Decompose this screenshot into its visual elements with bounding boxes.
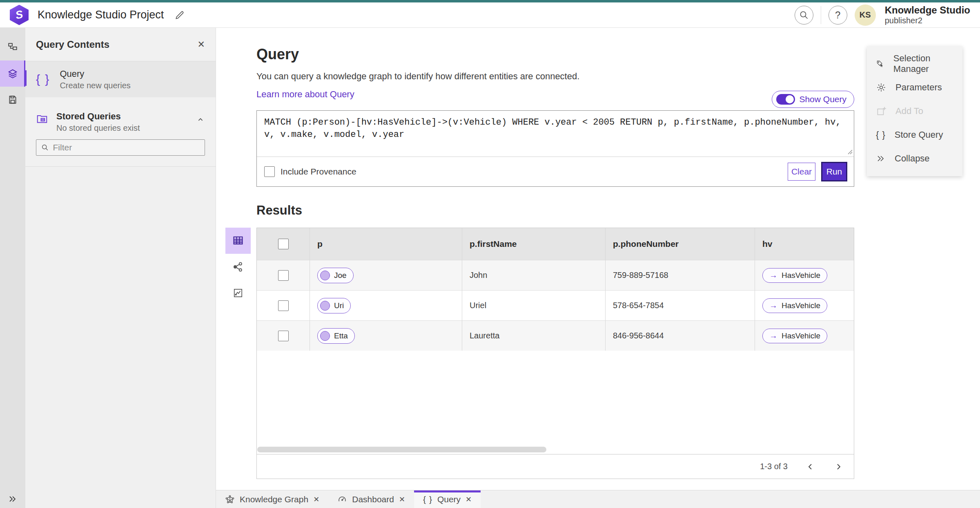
query-contents-panel: Query Contents ✕ { } Query Create new qu…	[25, 28, 216, 508]
edge-label: HasVehicle	[782, 271, 820, 280]
add-to-button[interactable]: Add To	[867, 99, 962, 123]
edge-pill[interactable]: → HasVehicle	[762, 298, 827, 313]
row-checkbox[interactable]	[278, 331, 289, 341]
include-provenance-checkbox[interactable]	[264, 166, 275, 177]
save-icon	[7, 94, 18, 105]
header-checkbox-cell	[257, 228, 310, 260]
tab-knowledge-graph[interactable]: Knowledge Graph ✕	[216, 490, 328, 508]
scrollbar-thumb[interactable]	[257, 447, 546, 452]
query-item-title: Query	[60, 69, 130, 79]
project-title: Knowledge Studio Project	[38, 9, 164, 21]
previous-page-button[interactable]	[806, 462, 815, 472]
column-header-hv: hv	[755, 228, 854, 260]
node-pill[interactable]: Etta	[317, 328, 355, 344]
node-pill[interactable]: Uri	[317, 298, 351, 313]
node-dot-icon	[320, 271, 330, 280]
search-button[interactable]	[795, 6, 813, 25]
edge-pill[interactable]: → HasVehicle	[762, 268, 827, 283]
row-checkbox-cell	[257, 291, 310, 320]
braces-icon: { }	[36, 72, 50, 86]
query-actions-panel: Selection Manager Parameters Add To { } …	[867, 46, 962, 176]
edge-pill[interactable]: → HasVehicle	[762, 329, 827, 343]
page-description: You can query a knowledge graph to ident…	[256, 71, 854, 82]
query-textarea[interactable]: MATCH (p:Person)-[hv:HasVehicle]->(v:Veh…	[257, 111, 854, 157]
firstname-cell: Lauretta	[462, 321, 605, 351]
tab-dashboard[interactable]: Dashboard ✕	[328, 490, 414, 508]
sidebar-item-query[interactable]: { } Query Create new queries	[25, 61, 216, 97]
results-table: p p.firstName p.phoneNumber hv Joe	[256, 228, 854, 479]
row-checkbox[interactable]	[278, 270, 289, 281]
parameters-button[interactable]: Parameters	[867, 76, 962, 99]
pagination-range: 1-3 of 3	[760, 462, 788, 471]
tab-query[interactable]: { } Query ✕	[414, 490, 481, 508]
table-header-row: p p.firstName p.phoneNumber hv	[257, 228, 854, 260]
user-name: Knowledge Studio	[885, 5, 970, 16]
query-buttons: Clear Run	[788, 162, 847, 181]
action-label: Store Query	[895, 130, 943, 140]
column-header-phonenumber: p.phoneNumber	[605, 228, 755, 260]
chart-view-icon	[233, 288, 243, 298]
edge-arrow-icon: →	[769, 271, 777, 280]
filter-input[interactable]	[53, 143, 200, 152]
folder-icon	[36, 113, 48, 125]
action-label: Parameters	[895, 82, 942, 93]
column-header-p: p	[310, 228, 462, 260]
edit-project-title-icon[interactable]	[174, 10, 185, 20]
panel-close-icon[interactable]: ✕	[198, 39, 205, 50]
user-info: Knowledge Studio publisher2	[885, 5, 970, 25]
graph-view-icon	[232, 261, 244, 273]
action-label: Selection Manager	[893, 53, 953, 74]
user-avatar[interactable]: KS	[855, 4, 876, 26]
node-pill[interactable]: Joe	[317, 268, 354, 283]
app-logo-icon[interactable]: S	[10, 5, 29, 25]
table-row: Uri Uriel 578-654-7854 → HasVehicle	[257, 290, 854, 320]
tab-close-icon[interactable]: ✕	[399, 495, 405, 504]
node-dot-icon	[320, 301, 330, 311]
edge-cell: → HasVehicle	[755, 260, 854, 290]
textarea-resize-icon[interactable]	[847, 149, 853, 156]
edge-arrow-icon: →	[769, 331, 777, 340]
help-glyph: ?	[835, 9, 840, 21]
rail-expand-button[interactable]	[8, 494, 18, 504]
table-row: Joe John 759-889-57168 → HasVehicle	[257, 260, 854, 290]
hierarchy-icon	[7, 42, 18, 53]
panel-title: Query Contents	[36, 39, 109, 50]
action-label: Collapse	[895, 153, 930, 164]
edge-label: HasVehicle	[782, 301, 820, 310]
help-button[interactable]: ?	[829, 6, 847, 25]
learn-more-link[interactable]: Learn more about Query	[256, 89, 354, 100]
page-title: Query	[256, 46, 854, 63]
firstname-cell: Uriel	[462, 291, 605, 320]
store-query-button[interactable]: { } Store Query	[867, 123, 962, 147]
table-row: Etta Lauretta 846-956-8644 → HasVehicle	[257, 320, 854, 351]
braces-icon: { }	[876, 130, 886, 140]
clear-button[interactable]: Clear	[788, 163, 815, 181]
show-query-toggle[interactable]: Show Query	[772, 91, 854, 108]
collapse-panel-button[interactable]: Collapse	[867, 147, 962, 170]
selection-manager-button[interactable]: Selection Manager	[867, 52, 962, 76]
chevron-right-icon	[833, 462, 843, 472]
next-page-button[interactable]	[833, 462, 843, 472]
view-chart-button[interactable]	[225, 280, 251, 306]
rail-item-layers[interactable]	[0, 60, 25, 87]
collapse-section-chevron-icon[interactable]	[196, 115, 205, 124]
row-checkbox[interactable]	[278, 300, 289, 311]
view-graph-button[interactable]	[225, 254, 251, 280]
stored-queries-title: Stored Queries	[56, 111, 140, 122]
select-all-checkbox[interactable]	[278, 239, 289, 249]
stored-queries-text: Stored Queries No stored queries exist	[56, 111, 140, 133]
knowledge-graph-icon	[225, 495, 235, 504]
stored-queries-subtitle: No stored queries exist	[56, 123, 140, 133]
edge-label: HasVehicle	[782, 331, 820, 340]
tab-label: Dashboard	[352, 495, 394, 504]
rail-item-save[interactable]	[0, 87, 25, 113]
tab-close-icon[interactable]: ✕	[313, 495, 319, 504]
rail-item-hierarchy[interactable]	[0, 34, 25, 60]
tab-close-icon[interactable]: ✕	[466, 495, 472, 504]
view-table-button[interactable]	[225, 228, 251, 254]
table-empty-area	[257, 351, 854, 445]
run-button[interactable]: Run	[821, 162, 847, 181]
tab-label: Knowledge Graph	[240, 495, 308, 504]
avatar-initials: KS	[860, 10, 871, 20]
firstname-cell: John	[462, 260, 605, 290]
